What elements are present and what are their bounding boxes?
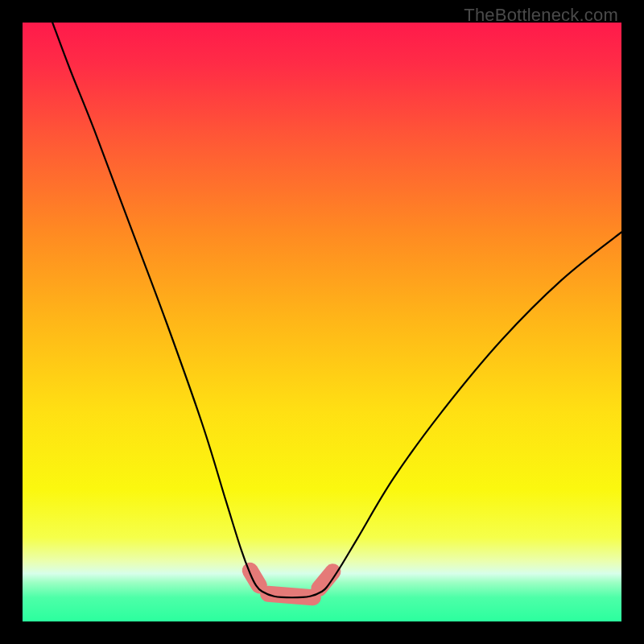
svg-rect-0 xyxy=(23,23,621,621)
outer-frame: TheBottleneck.com xyxy=(0,0,644,644)
gradient-background xyxy=(23,23,621,621)
plot-area xyxy=(23,23,621,621)
